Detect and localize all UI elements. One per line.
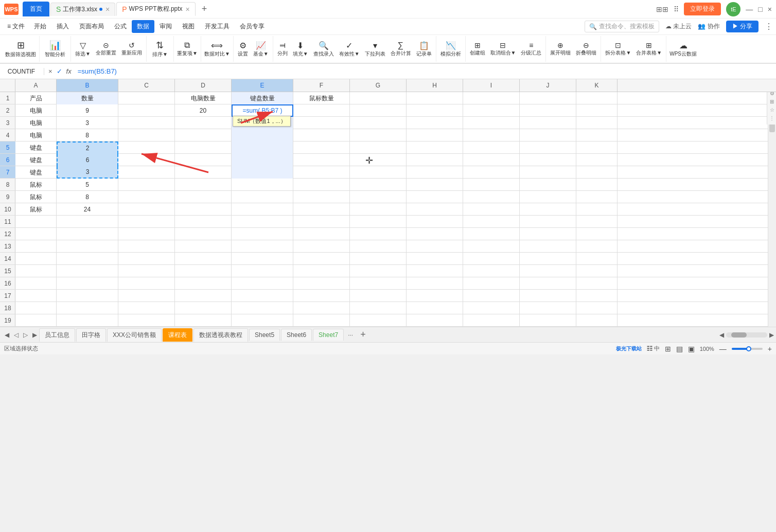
panel-icon-4[interactable]: ☆: [768, 107, 775, 114]
menu-member[interactable]: 会员专享: [235, 20, 270, 33]
cell-b6[interactable]: 6: [57, 154, 118, 166]
cell-k4[interactable]: [576, 129, 618, 141]
cell-i7[interactable]: [463, 166, 520, 179]
cell-c7[interactable]: [118, 166, 175, 179]
cell-a9[interactable]: 鼠标: [15, 191, 57, 203]
menu-insert[interactable]: 插入: [51, 20, 74, 33]
menu-view[interactable]: 视图: [177, 20, 200, 33]
cell-c2[interactable]: [118, 104, 175, 117]
cell-d2[interactable]: 20: [175, 104, 232, 117]
col-header-j[interactable]: J: [520, 79, 576, 92]
cell-j4[interactable]: [520, 129, 576, 141]
view-normal[interactable]: ⊞: [665, 345, 671, 353]
cell-d9[interactable]: [175, 191, 232, 203]
search-box[interactable]: 🔍 查找命令、搜索模板: [585, 21, 659, 32]
sheet-tab-sales[interactable]: XXX公司销售额: [107, 328, 162, 342]
cell-h2[interactable]: [407, 104, 463, 117]
cell-b9[interactable]: 8: [57, 191, 118, 203]
sheet-tab-employee[interactable]: 员工信息: [39, 328, 75, 342]
minimize-btn[interactable]: —: [746, 5, 753, 13]
collab-btn[interactable]: 👥 协作: [698, 22, 719, 31]
toolbar-expand[interactable]: ⊕ 展开明细: [548, 40, 573, 58]
cell-k7[interactable]: [576, 166, 618, 179]
toolbar-reapply[interactable]: ↺ 重新应用: [119, 40, 144, 58]
cell-g3[interactable]: [350, 117, 407, 129]
cell-d8[interactable]: [175, 179, 232, 191]
sheet-nav-first[interactable]: ◁: [11, 330, 21, 340]
cell-d3[interactable]: [175, 117, 232, 129]
cell-c9[interactable]: [118, 191, 175, 203]
cell-g7[interactable]: [350, 166, 407, 179]
view-preview[interactable]: ▣: [688, 345, 695, 353]
cell-j3[interactable]: [520, 117, 576, 129]
zoom-in-btn[interactable]: +: [768, 345, 772, 353]
row-header-6[interactable]: 6: [0, 154, 15, 166]
cell-b8[interactable]: 5: [57, 179, 118, 191]
cell-a4[interactable]: 电脑: [15, 129, 57, 141]
cell-f1[interactable]: 鼠标数量: [293, 92, 350, 104]
cell-k10[interactable]: [576, 203, 618, 216]
cell-h4[interactable]: [407, 129, 463, 141]
cell-j5[interactable]: [520, 141, 576, 154]
cell-g2[interactable]: [350, 104, 407, 117]
cell-h3[interactable]: [407, 117, 463, 129]
cell-h8[interactable]: [407, 179, 463, 191]
cell-i10[interactable]: [463, 203, 520, 216]
sheet-tab-sheet6[interactable]: Sheet6: [281, 329, 312, 341]
cell-a1[interactable]: 产品: [15, 92, 57, 104]
cell-e1[interactable]: 键盘数量: [232, 92, 293, 104]
toolbar-data-compare[interactable]: ⟺ 数据对比▼: [204, 41, 230, 58]
cell-a7[interactable]: 键盘: [15, 166, 57, 179]
cell-e9[interactable]: [232, 191, 293, 203]
menu-file[interactable]: ≡ 文件: [3, 20, 29, 33]
cell-d5[interactable]: [175, 141, 232, 154]
cell-c6[interactable]: [118, 154, 175, 166]
window-grid-icon[interactable]: ⊞⊞: [656, 5, 668, 13]
cell-b4[interactable]: 8: [57, 129, 118, 141]
cell-c3[interactable]: [118, 117, 175, 129]
cell-j7[interactable]: [520, 166, 576, 179]
menu-start[interactable]: 开始: [29, 20, 51, 33]
ppt-close-icon[interactable]: ×: [186, 5, 190, 13]
cell-k1[interactable]: [576, 92, 618, 104]
row-header-19[interactable]: 19: [0, 314, 15, 327]
cell-f7[interactable]: [293, 166, 350, 179]
cell-f8[interactable]: [293, 179, 350, 191]
horizontal-scroll-right[interactable]: ▶: [769, 331, 774, 339]
formula-fx-icon[interactable]: fx: [66, 67, 72, 75]
sheet-tab-pivot[interactable]: 数据透视表教程: [193, 328, 248, 342]
toolbar-filter[interactable]: ▽ 筛选▼: [73, 40, 93, 59]
menu-data[interactable]: 数据: [132, 20, 154, 33]
cell-f9[interactable]: [293, 191, 350, 203]
input-lang[interactable]: ☷ 中: [647, 345, 660, 352]
toolbar-filter-view[interactable]: ⊞ 数据筛选视图: [5, 40, 36, 58]
cell-e4[interactable]: [232, 129, 293, 141]
cell-b10[interactable]: 24: [57, 203, 118, 216]
cell-d10[interactable]: [175, 203, 232, 216]
toolbar-ungroup[interactable]: ⊟ 取消组合▼: [488, 40, 518, 58]
sheet-nav-prev[interactable]: ◀: [2, 330, 11, 340]
cell-f2[interactable]: [293, 104, 350, 117]
sheet-tab-course[interactable]: 课程表: [163, 328, 192, 342]
toolbar-settings[interactable]: ⚙ 设置: [236, 40, 250, 59]
cell-a10[interactable]: 鼠标: [15, 203, 57, 216]
tab-home[interactable]: 首页: [23, 2, 49, 16]
cell-b3[interactable]: 3: [57, 117, 118, 129]
close-btn[interactable]: ×: [768, 5, 772, 13]
sheet-nav-next[interactable]: ▶: [30, 330, 39, 340]
cell-h5[interactable]: [407, 141, 463, 154]
row-header-8[interactable]: 8: [0, 179, 15, 191]
row-header-4[interactable]: 4: [0, 129, 15, 141]
col-header-k[interactable]: K: [576, 79, 618, 92]
cell-h10[interactable]: [407, 203, 463, 216]
row-header-15[interactable]: 15: [0, 265, 15, 277]
cell-j9[interactable]: [520, 191, 576, 203]
cell-f5[interactable]: [293, 141, 350, 154]
toolbar-merge-calc[interactable]: ∑ 合并计算: [389, 40, 413, 58]
row-header-7[interactable]: 7: [0, 166, 15, 179]
sheet-tab-sheet5[interactable]: Sheet5: [249, 329, 280, 341]
toolbar-wps-cloud[interactable]: ☁ WPS云数据: [669, 41, 697, 58]
col-header-a[interactable]: A: [15, 79, 57, 92]
toolbar-record[interactable]: 📋 记录单: [414, 40, 434, 59]
toolbar-fill[interactable]: ⬇ 填充▼: [291, 40, 310, 59]
